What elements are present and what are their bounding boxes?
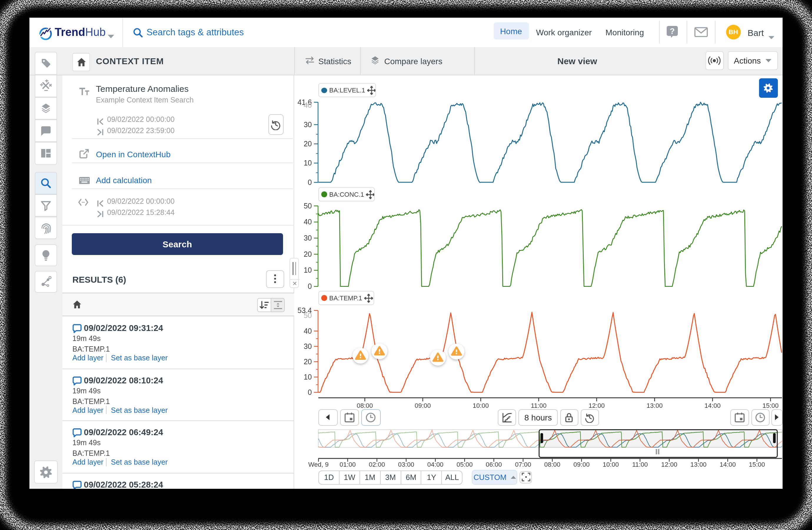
svg-text:10:00: 10:00 [473,402,489,409]
svg-text:11:00: 11:00 [531,402,546,409]
svg-text:20: 20 [304,250,312,258]
svg-text:03:00: 03:00 [398,461,414,468]
svg-text:Wed, 9: Wed, 9 [308,461,329,468]
svg-text:0: 0 [308,388,312,396]
svg-text:30: 30 [304,121,312,129]
svg-text:40: 40 [304,101,312,109]
svg-text:10: 10 [304,266,312,274]
svg-text:15:00: 15:00 [762,402,779,409]
svg-text:12:00: 12:00 [589,402,605,409]
svg-text:06:00: 06:00 [486,461,502,468]
svg-text:05:00: 05:00 [456,461,473,468]
svg-text:?: ? [670,27,675,36]
svg-text:50: 50 [304,202,312,210]
svg-text:30: 30 [304,342,312,350]
svg-text:04:00: 04:00 [427,461,444,468]
svg-text:14:00: 14:00 [704,402,721,409]
svg-text:50: 50 [304,311,312,320]
svg-text:40: 40 [304,327,312,335]
svg-text:10: 10 [304,159,312,167]
svg-text:09:00: 09:00 [574,461,590,468]
svg-text:13:00: 13:00 [647,402,663,409]
svg-text:01:00: 01:00 [339,461,356,468]
svg-text:0: 0 [308,178,312,186]
svg-text:14:00: 14:00 [720,461,736,468]
svg-text:07:00: 07:00 [515,461,531,468]
svg-text:02:00: 02:00 [369,461,385,468]
svg-text:30: 30 [304,234,312,242]
svg-text:11:00: 11:00 [632,461,648,468]
svg-text:08:00: 08:00 [357,402,373,409]
svg-text:15:00: 15:00 [749,461,765,468]
svg-text:10:00: 10:00 [603,461,619,468]
svg-text:09:00: 09:00 [415,402,431,409]
svg-text:20: 20 [304,140,312,148]
svg-text:13:00: 13:00 [691,461,707,468]
svg-text:08:00: 08:00 [544,461,561,468]
svg-text:10: 10 [304,373,312,381]
svg-text:40: 40 [304,218,312,226]
svg-text:0: 0 [308,282,312,290]
svg-text:20: 20 [304,358,312,366]
svg-text:12:00: 12:00 [661,461,677,468]
